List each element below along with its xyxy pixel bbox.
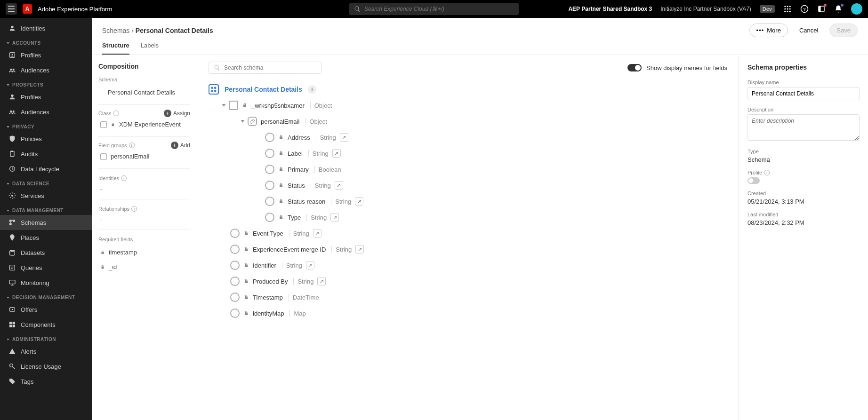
arrow-out-icon[interactable]: ↗ (335, 181, 343, 190)
field-name[interactable]: Status (288, 182, 305, 189)
checkbox[interactable] (100, 153, 107, 160)
field-node-icon[interactable] (230, 245, 240, 254)
expand-caret[interactable] (241, 120, 245, 123)
fieldgroup-item[interactable]: personalEmail (98, 149, 190, 164)
display-names-toggle[interactable] (627, 64, 642, 71)
info-icon[interactable]: i (113, 111, 119, 116)
field-node-icon[interactable] (230, 261, 240, 270)
nav-section-header[interactable]: PRIVACY (0, 119, 92, 131)
info-icon[interactable]: i (764, 170, 770, 175)
breadcrumb-parent[interactable]: Schemas (102, 27, 129, 34)
nav-license-usage[interactable]: License Usage (0, 359, 92, 374)
field-name[interactable]: Label (288, 150, 303, 157)
field-name[interactable]: Timestamp (253, 294, 283, 301)
field-name[interactable]: Produced By (253, 278, 288, 285)
arrow-out-icon[interactable]: ↗ (330, 213, 339, 222)
info-icon[interactable]: i (129, 143, 135, 148)
arrow-out-icon[interactable]: ↗ (355, 245, 364, 254)
nav-section-header[interactable]: ACCOUNTS (0, 36, 92, 48)
cancel-button[interactable]: Cancel (793, 24, 825, 37)
add-field-button[interactable]: + (308, 85, 316, 94)
schema-search-input[interactable] (224, 64, 316, 71)
field-name[interactable]: Identifier (253, 262, 276, 269)
schema-search[interactable] (209, 62, 321, 74)
nav-places[interactable]: Places (0, 230, 92, 245)
nav-section-header[interactable]: DECISION MANAGEMENT (0, 290, 92, 302)
arrow-out-icon[interactable]: ↗ (340, 133, 348, 142)
schema-name[interactable]: Personal Contact Details (98, 85, 190, 100)
field-name[interactable]: Address (288, 134, 310, 141)
field-name[interactable]: _wrkshp5snbxamer (251, 102, 305, 109)
svg-point-28 (10, 250, 15, 252)
field-node-icon[interactable] (265, 197, 274, 206)
nav-alerts[interactable]: Alerts (0, 344, 92, 359)
nav-offers[interactable]: Offers (0, 302, 92, 317)
profile-toggle[interactable] (747, 177, 760, 184)
bell-icon[interactable] (834, 5, 843, 13)
global-search-input[interactable] (364, 6, 514, 12)
schema-root-label[interactable]: Personal Contact Details (225, 86, 302, 93)
more-button[interactable]: •••More (749, 24, 788, 37)
nav-services[interactable]: Services (0, 188, 92, 203)
display-name-input[interactable] (747, 87, 860, 100)
info-icon[interactable]: i (131, 206, 137, 212)
nav-monitoring[interactable]: Monitoring (0, 275, 92, 290)
field-name[interactable]: Event Type (253, 230, 283, 237)
field-node-icon[interactable] (230, 309, 240, 318)
nav-audiences[interactable]: Audiences (0, 104, 92, 119)
menu-icon[interactable] (6, 3, 17, 15)
field-name[interactable]: Status reason (288, 198, 325, 205)
nav-datasets[interactable]: Datasets (0, 245, 92, 260)
field-node-icon[interactable] (265, 213, 274, 222)
field-node-icon[interactable] (230, 277, 240, 286)
nav-section-header[interactable]: PROSPECTS (0, 78, 92, 89)
nav-schemas[interactable]: Schemas (0, 215, 92, 230)
field-name[interactable]: Type (288, 214, 301, 221)
nav-data-lifecycle[interactable]: Data Lifecycle (0, 161, 92, 176)
field-node-icon[interactable] (265, 165, 274, 174)
nav-queries[interactable]: Queries (0, 260, 92, 275)
object-node-icon[interactable] (229, 101, 238, 110)
description-input[interactable] (747, 114, 860, 141)
tab-labels[interactable]: Labels (141, 42, 159, 55)
field-node-icon[interactable] (265, 181, 274, 190)
add-fieldgroup-button[interactable]: +Add (171, 142, 190, 149)
nav-components[interactable]: Components (0, 317, 92, 332)
nav-identities[interactable]: Identities (0, 21, 92, 36)
apps-icon[interactable] (783, 5, 792, 13)
arrow-out-icon[interactable]: ↗ (317, 277, 326, 285)
nav-profiles[interactable]: Profiles (0, 48, 92, 63)
field-node-icon[interactable] (265, 149, 274, 158)
info-icon[interactable]: i (121, 175, 127, 181)
nav-section-header[interactable]: ADMINISTRATION (0, 332, 92, 344)
field-name[interactable]: personalEmail (261, 118, 299, 125)
arrow-out-icon[interactable]: ↗ (306, 261, 314, 269)
assign-button[interactable]: +Assign (164, 110, 190, 117)
nav-policies[interactable]: Policies (0, 131, 92, 146)
help-icon[interactable]: ? (800, 5, 809, 13)
panel-notif-icon[interactable] (817, 5, 826, 13)
arrow-out-icon[interactable]: ↗ (313, 229, 321, 238)
field-node-icon[interactable] (230, 229, 240, 238)
field-name[interactable]: Primary (288, 166, 309, 173)
nav-audits[interactable]: Audits (0, 146, 92, 161)
avatar[interactable] (851, 3, 862, 15)
field-name[interactable]: ExperienceEvent merge ID (253, 246, 326, 253)
nav-section-header[interactable]: DATA SCIENCE (0, 176, 92, 188)
arrow-out-icon[interactable]: ↗ (355, 197, 363, 206)
checkbox[interactable] (100, 121, 107, 128)
field-name[interactable]: identityMap (253, 310, 284, 317)
svg-point-8 (789, 11, 791, 12)
nav-profiles[interactable]: Profiles (0, 89, 92, 104)
field-node-icon[interactable] (230, 293, 240, 302)
tab-structure[interactable]: Structure (102, 42, 129, 55)
class-item[interactable]: XDM ExperienceEvent (98, 117, 190, 132)
nav-tags[interactable]: Tags (0, 374, 92, 389)
object-node-icon[interactable] (248, 117, 257, 126)
nav-section-header[interactable]: DATA MANAGEMENT (0, 203, 92, 215)
field-node-icon[interactable] (265, 133, 274, 142)
expand-caret[interactable] (222, 104, 226, 107)
nav-audiences[interactable]: Audiences (0, 63, 92, 78)
global-search[interactable] (349, 3, 519, 15)
arrow-out-icon[interactable]: ↗ (332, 149, 341, 158)
